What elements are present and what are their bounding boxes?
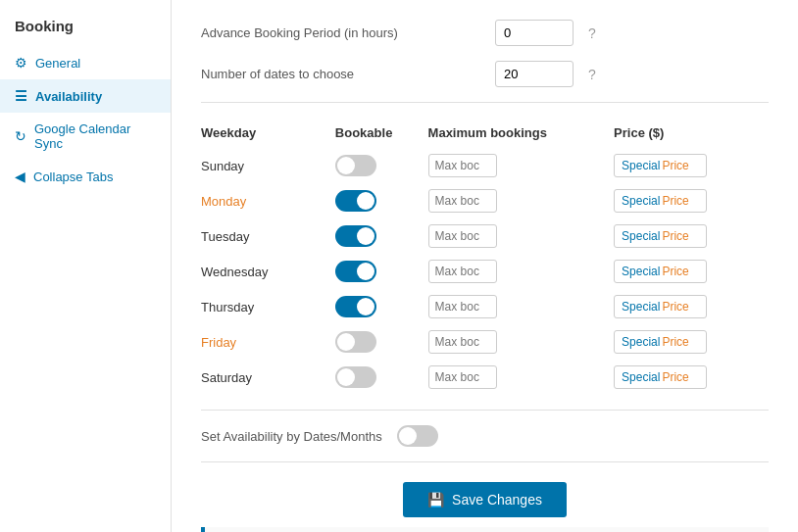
special-label: Special — [622, 229, 660, 243]
divider-2 — [201, 410, 769, 411]
price-label: Price — [662, 335, 688, 349]
bookable-toggle[interactable] — [335, 261, 376, 282]
table-row: FridaySpecial Price — [201, 324, 769, 360]
special-label: Special — [622, 265, 660, 278]
bookable-toggle[interactable] — [335, 331, 376, 353]
sidebar-item-label: General — [35, 56, 80, 71]
weekday-cell: Saturday — [201, 360, 335, 395]
price-label: Price — [662, 300, 688, 314]
toggle-thumb — [357, 298, 374, 315]
advance-booking-input[interactable] — [495, 20, 574, 46]
max-bookings-input[interactable] — [428, 330, 497, 354]
price-cell: Special Price — [614, 148, 769, 183]
price-label: Price — [662, 159, 688, 172]
toggle-thumb — [337, 333, 355, 351]
max-bookings-cell — [428, 183, 614, 218]
bookable-toggle[interactable] — [335, 296, 376, 317]
weekday-cell: Sunday — [201, 148, 335, 183]
special-label: Special — [622, 300, 660, 314]
set-availability-label: Set Availability by Dates/Months — [201, 429, 382, 444]
weekday-name: Sunday — [201, 159, 244, 173]
max-bookings-input[interactable] — [428, 260, 497, 283]
bookable-cell — [335, 148, 428, 183]
num-dates-row: Number of dates to choose ? — [201, 61, 769, 87]
toggle-thumb — [337, 368, 355, 386]
max-bookings-cell — [428, 324, 614, 360]
max-bookings-input[interactable] — [428, 365, 497, 389]
advance-booking-label: Advance Booking Period (in hours) — [201, 25, 495, 40]
toggle-thumb — [357, 192, 374, 210]
bookable-cell — [335, 289, 428, 324]
chevron-left-icon: ◀ — [15, 169, 25, 184]
sidebar-item-label: Availability — [35, 89, 102, 104]
toggle-thumb — [357, 263, 374, 280]
save-button[interactable]: 💾 Save Changes — [403, 482, 567, 517]
advance-booking-help-icon[interactable]: ? — [588, 25, 596, 41]
max-bookings-cell — [428, 218, 614, 254]
price-label: Price — [662, 265, 688, 278]
list-icon: ☰ — [15, 88, 27, 104]
max-bookings-input[interactable] — [428, 154, 497, 177]
special-price-container[interactable]: Special Price — [614, 365, 707, 389]
price-cell: Special Price — [614, 183, 769, 218]
bookable-toggle[interactable] — [335, 366, 376, 388]
max-bookings-cell — [428, 289, 614, 324]
table-row: SundaySpecial Price — [201, 148, 769, 183]
sidebar: Booking ⚙ General ☰ Availability ↻ Googl… — [0, 0, 172, 532]
toggle-track — [335, 296, 376, 317]
bookable-cell — [335, 254, 428, 289]
max-bookings-cell — [428, 254, 614, 289]
table-row: MondaySpecial Price — [201, 183, 769, 218]
special-price-container[interactable]: Special Price — [614, 154, 707, 177]
special-price-container[interactable]: Special Price — [614, 260, 707, 283]
weekday-name: Tuesday — [201, 229, 249, 244]
weekday-name: Saturday — [201, 370, 252, 385]
main-content: Advance Booking Period (in hours) ? Numb… — [172, 0, 798, 532]
weekday-name: Thursday — [201, 300, 254, 314]
max-bookings-input[interactable] — [428, 224, 497, 248]
save-icon: 💾 — [427, 492, 444, 508]
success-message: Booking Availability settings have been … — [201, 527, 769, 532]
toggle-thumb — [337, 157, 355, 174]
col-header-bookable: Bookable — [335, 118, 428, 148]
weekday-name: Friday — [201, 335, 236, 350]
toggle-track — [335, 190, 376, 212]
special-price-container[interactable]: Special Price — [614, 295, 707, 318]
table-row: SaturdaySpecial Price — [201, 360, 769, 395]
price-cell: Special Price — [614, 254, 769, 289]
price-label: Price — [662, 370, 688, 384]
special-label: Special — [622, 194, 660, 208]
max-bookings-input[interactable] — [428, 189, 497, 213]
price-label: Price — [662, 229, 688, 243]
set-availability-row: Set Availability by Dates/Months — [201, 425, 769, 447]
sidebar-item-google-calendar-sync[interactable]: ↻ Google Calendar Sync — [0, 113, 171, 160]
set-availability-toggle[interactable] — [397, 425, 438, 447]
special-label: Special — [622, 370, 660, 384]
num-dates-label: Number of dates to choose — [201, 67, 495, 81]
special-label: Special — [622, 159, 660, 172]
num-dates-input[interactable] — [495, 61, 574, 87]
price-cell: Special Price — [614, 360, 769, 395]
special-price-container[interactable]: Special Price — [614, 189, 707, 213]
max-bookings-input[interactable] — [428, 295, 497, 318]
bookable-toggle[interactable] — [335, 225, 376, 247]
price-label: Price — [662, 194, 688, 208]
table-row: ThursdaySpecial Price — [201, 289, 769, 324]
num-dates-help-icon[interactable]: ? — [588, 67, 596, 82]
bookable-toggle[interactable] — [335, 155, 376, 176]
sidebar-item-label: Google Calendar Sync — [34, 121, 156, 151]
special-price-container[interactable]: Special Price — [614, 224, 707, 248]
price-cell: Special Price — [614, 324, 769, 360]
sidebar-item-collapse-tabs[interactable]: ◀ Collapse Tabs — [0, 160, 171, 193]
price-cell: Special Price — [614, 218, 769, 254]
special-price-container[interactable]: Special Price — [614, 330, 707, 354]
set-availability-thumb — [399, 427, 417, 445]
bookable-toggle[interactable] — [335, 190, 376, 212]
table-row: WednesdaySpecial Price — [201, 254, 769, 289]
toggle-track — [335, 155, 376, 176]
weekday-name: Wednesday — [201, 265, 268, 279]
weekday-cell: Friday — [201, 324, 335, 360]
sidebar-item-availability[interactable]: ☰ Availability — [0, 79, 171, 113]
sidebar-item-general[interactable]: ⚙ General — [0, 46, 171, 79]
toggle-track — [335, 366, 376, 388]
